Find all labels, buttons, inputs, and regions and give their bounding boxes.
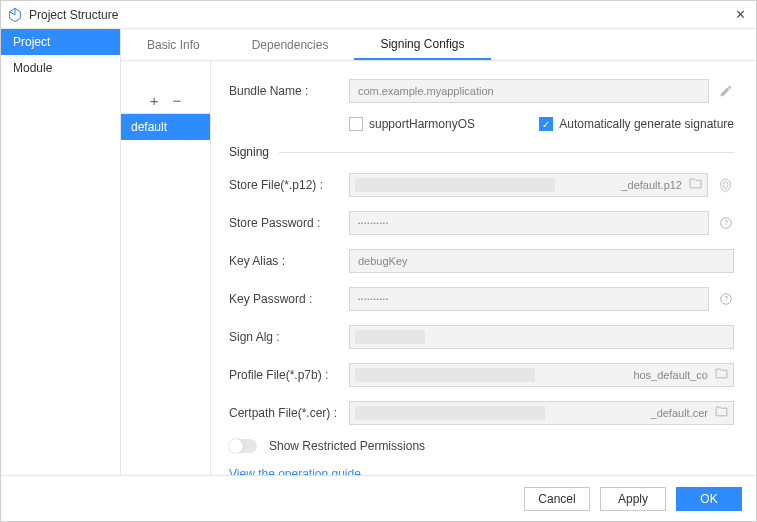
key-password-input[interactable] <box>349 287 709 311</box>
title-bar: Project Structure ✕ <box>1 1 756 29</box>
folder-icon[interactable] <box>715 367 728 383</box>
bundle-name-input[interactable] <box>349 79 709 103</box>
signing-section-title: Signing <box>229 145 269 159</box>
key-alias-input[interactable] <box>349 249 734 273</box>
nav-item-project[interactable]: Project <box>1 29 120 55</box>
key-password-row: Key Password : ? <box>229 287 734 311</box>
divider <box>279 152 734 153</box>
certpath-file-row: Certpath File(*.cer) : _default.cer <box>229 401 734 425</box>
bundle-name-label: Bundle Name : <box>229 84 349 98</box>
show-restricted-label: Show Restricted Permissions <box>269 439 425 453</box>
store-password-input[interactable] <box>349 211 709 235</box>
redacted-path <box>355 368 535 382</box>
nav-item-module[interactable]: Module <box>1 55 120 81</box>
certpath-file-suffix: _default.cer <box>651 401 708 425</box>
store-file-label: Store File(*.p12) : <box>229 178 349 192</box>
bundle-options-row: supportHarmonyOS ✓ Automatically generat… <box>229 117 734 131</box>
window-title: Project Structure <box>29 8 730 22</box>
svg-text:?: ? <box>724 295 728 302</box>
tabs: Basic Info Dependencies Signing Configs <box>121 29 756 61</box>
sign-alg-row: Sign Alg : <box>229 325 734 349</box>
auto-generate-signature-label: Automatically generate signature <box>559 117 734 131</box>
close-button[interactable]: ✕ <box>730 7 750 22</box>
checkbox-checked-icon: ✓ <box>539 117 553 131</box>
store-file-suffix: _default.p12 <box>621 173 682 197</box>
remove-config-button[interactable]: − <box>173 93 182 108</box>
signing-section-header: Signing <box>229 145 734 159</box>
store-password-row: Store Password : ? <box>229 211 734 235</box>
folder-icon[interactable] <box>689 177 702 193</box>
cancel-button[interactable]: Cancel <box>524 487 590 511</box>
config-entry-default[interactable]: default <box>121 114 210 140</box>
profile-file-label: Profile File(*.p7b) : <box>229 368 349 382</box>
help-icon[interactable]: ? <box>717 292 734 306</box>
add-remove-bar: + − <box>121 88 210 114</box>
support-harmonyos-label: supportHarmonyOS <box>369 117 475 131</box>
sign-alg-label: Sign Alg : <box>229 330 349 344</box>
checkbox-unchecked-icon <box>349 117 363 131</box>
config-list-column: + − default <box>121 61 211 475</box>
fingerprint-icon[interactable] <box>716 178 734 193</box>
tab-basic-info[interactable]: Basic Info <box>121 29 226 60</box>
ok-button[interactable]: OK <box>676 487 742 511</box>
profile-file-row: Profile File(*.p7b) : hos_default_co <box>229 363 734 387</box>
config-form: Bundle Name : s <box>211 61 756 475</box>
certpath-file-label: Certpath File(*.cer) : <box>229 406 349 420</box>
app-logo-icon <box>7 7 23 23</box>
bundle-name-row: Bundle Name : <box>229 79 734 103</box>
profile-file-suffix: hos_default_co <box>633 363 708 387</box>
project-structure-dialog: Project Structure ✕ Project Module Basic… <box>0 0 757 522</box>
dialog-footer: Cancel Apply OK <box>1 475 756 521</box>
apply-button[interactable]: Apply <box>600 487 666 511</box>
tab-dependencies[interactable]: Dependencies <box>226 29 355 60</box>
key-password-label: Key Password : <box>229 292 349 306</box>
redacted-value <box>355 330 425 344</box>
main-area: Basic Info Dependencies Signing Configs … <box>121 29 756 475</box>
support-harmonyos-checkbox[interactable]: supportHarmonyOS <box>349 117 475 131</box>
folder-icon[interactable] <box>715 405 728 421</box>
tab-signing-configs[interactable]: Signing Configs <box>354 29 490 60</box>
key-alias-row: Key Alias : <box>229 249 734 273</box>
show-restricted-row: Show Restricted Permissions <box>229 439 734 453</box>
redacted-path <box>355 178 555 192</box>
add-config-button[interactable]: + <box>150 93 159 108</box>
svg-text:?: ? <box>724 219 728 226</box>
operation-guide-link[interactable]: View the operation guide <box>229 467 361 475</box>
dialog-body: Project Module Basic Info Dependencies S… <box>1 29 756 475</box>
show-restricted-toggle[interactable] <box>229 439 257 453</box>
help-icon[interactable]: ? <box>717 216 734 230</box>
store-password-label: Store Password : <box>229 216 349 230</box>
redacted-path <box>355 406 545 420</box>
toggle-knob <box>229 439 243 453</box>
store-file-row: Store File(*.p12) : _default.p12 <box>229 173 734 197</box>
auto-generate-signature-checkbox[interactable]: ✓ Automatically generate signature <box>539 117 734 131</box>
key-alias-label: Key Alias : <box>229 254 349 268</box>
edit-bundle-icon[interactable] <box>717 84 734 98</box>
left-nav: Project Module <box>1 29 121 475</box>
